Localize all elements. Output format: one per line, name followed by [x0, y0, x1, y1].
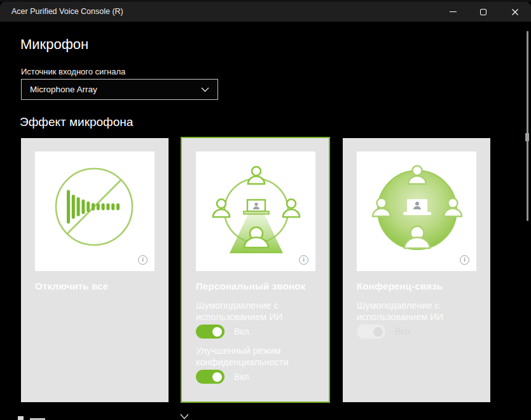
ai-noise-suppression-toggle-disabled[interactable]	[357, 325, 385, 339]
personal-call-icon	[196, 151, 315, 271]
toggle-knob	[373, 327, 383, 337]
toggle-knob	[212, 327, 222, 337]
ai-noise-suppression-label: Шумоподавление с использованием ИИ	[357, 300, 481, 323]
clipped-next-section-text	[18, 416, 24, 420]
privacy-mode-label: Улучшенный режим конфиденциальности	[196, 346, 321, 368]
card-title: Отключить все	[35, 281, 159, 291]
minimize-icon	[450, 11, 457, 12]
input-source-dropdown[interactable]: Microphone Array	[21, 79, 218, 100]
toggle-state-label: Вкл.	[234, 326, 252, 337]
card-title: Персональный звонок	[196, 281, 320, 291]
minimize-button[interactable]	[438, 2, 467, 22]
page-title: Микрофон	[20, 36, 88, 53]
card-icon-tile: i	[357, 151, 476, 271]
ai-noise-suppression-label: Шумоподавление с использованием ИИ	[196, 300, 321, 323]
vertical-scrollbar[interactable]	[527, 31, 528, 221]
chevron-down-icon	[201, 87, 209, 92]
card-personal-call[interactable]: i Персональный звонок Шумоподавление с и…	[181, 137, 330, 403]
input-source-label: Источник входного сигнала	[21, 67, 125, 76]
card-disable-all[interactable]: i Отключить все	[21, 138, 169, 402]
toggle-state-label: Вкл.	[395, 326, 413, 337]
conference-call-icon	[357, 151, 476, 271]
muted-voice-waveform-icon	[35, 151, 155, 271]
maximize-icon	[480, 9, 486, 15]
info-icon[interactable]: i	[299, 255, 308, 265]
titlebar: Acer Purified Voice Console (R)	[0, 2, 531, 22]
info-icon[interactable]: i	[138, 255, 148, 265]
info-icon[interactable]: i	[460, 255, 469, 265]
toggle-state-label: Вкл.	[234, 372, 252, 382]
close-button[interactable]	[500, 2, 530, 22]
effects-heading: Эффект микрофона	[20, 115, 133, 129]
input-source-value: Microphone Array	[30, 85, 97, 94]
app-window: { "window": { "title": "Acer Purified Vo…	[0, 0, 531, 420]
maximize-button[interactable]	[469, 2, 498, 22]
clipped-chevron-down-icon	[180, 413, 189, 420]
card-title: Конференц-связь	[357, 281, 481, 291]
close-icon	[511, 8, 519, 16]
ai-noise-suppression-toggle[interactable]	[196, 325, 224, 339]
window-title: Acer Purified Voice Console (R)	[11, 2, 123, 22]
scrollbar-thumb[interactable]	[525, 133, 529, 141]
card-icon-tile: i	[196, 151, 315, 271]
card-icon-tile: i	[35, 151, 155, 271]
card-conference-call[interactable]: i Конференц-связь Шумоподавление с испол…	[343, 138, 490, 402]
privacy-mode-toggle[interactable]	[196, 370, 224, 384]
toggle-knob	[212, 372, 222, 382]
